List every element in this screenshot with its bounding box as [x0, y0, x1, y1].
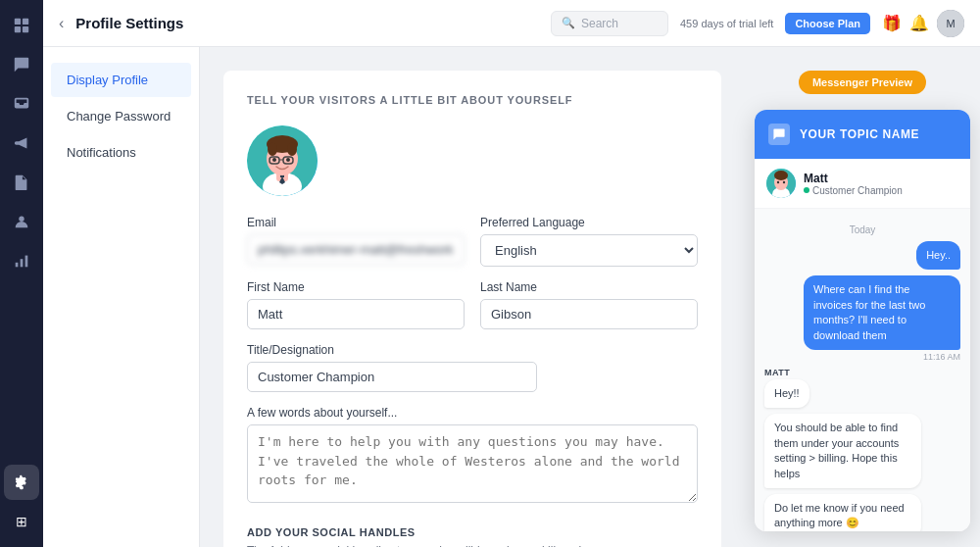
- message-3-text: Hey!!: [764, 379, 809, 408]
- bio-group: A few words about yourself...: [247, 406, 698, 503]
- top-bar-icons: 🎁 🔔 M: [882, 10, 964, 37]
- bio-label: A few words about yourself...: [247, 406, 698, 420]
- message-4-text: You should be able to find them under yo…: [764, 414, 921, 488]
- messenger-agent-row: Matt Customer Champion: [755, 159, 970, 209]
- svg-rect-2: [15, 26, 21, 32]
- avatar-area: [247, 125, 698, 196]
- bio-input[interactable]: [247, 424, 698, 503]
- svg-point-27: [783, 181, 785, 183]
- message-5: Do let me know if you need anything more…: [764, 494, 960, 531]
- message-5-text: Do let me know if you need anything more…: [764, 494, 921, 531]
- trial-text: 459 days of trial left: [680, 18, 773, 29]
- nav-icon-chat[interactable]: [4, 47, 39, 82]
- message-2: Where can I find the invoices for the la…: [764, 275, 960, 362]
- svg-rect-0: [15, 19, 21, 25]
- svg-rect-5: [16, 263, 19, 268]
- page-title: Profile Settings: [75, 15, 183, 31]
- language-label: Preferred Language: [480, 216, 698, 229]
- svg-point-26: [777, 181, 779, 183]
- search-placeholder: Search: [581, 17, 618, 30]
- main-area: ‹ Profile Settings 🔍 Search 459 days of …: [43, 0, 980, 547]
- svg-point-21: [286, 158, 290, 162]
- messenger-widget: YOUR TOPIC NAME: [755, 110, 970, 531]
- agent-role: Customer Champion: [804, 185, 903, 196]
- message-2-text: Where can I find the invoices for the la…: [804, 275, 960, 350]
- agent-info: Matt Customer Champion: [804, 172, 903, 196]
- title-row: Title/Designation: [247, 343, 698, 392]
- svg-point-20: [272, 158, 276, 162]
- language-select[interactable]: English: [480, 234, 698, 267]
- nav-icon-reports[interactable]: [4, 243, 39, 278]
- messages-area: Today Hey.. Where can I find the invoice…: [755, 209, 970, 531]
- nav-icon-grid[interactable]: [4, 8, 39, 43]
- svg-point-25: [774, 171, 788, 180]
- name-row: First Name Last Name: [247, 280, 698, 329]
- nav-icon-book[interactable]: [4, 165, 39, 200]
- agent-name: Matt: [804, 172, 903, 185]
- form-section-title: TELL YOUR VISITORS A LITTLE BIT ABOUT YO…: [247, 94, 698, 106]
- svg-point-16: [287, 142, 297, 156]
- nav-icon-apps[interactable]: ⊞: [4, 504, 39, 539]
- agent-role-label: Customer Champion: [812, 185, 903, 196]
- user-avatar[interactable]: M: [937, 10, 964, 37]
- menu-item-notifications[interactable]: Notifications: [51, 135, 191, 170]
- message-2-time: 11:16 AM: [923, 352, 960, 362]
- svg-rect-7: [25, 256, 28, 268]
- message-3-sender: MATT: [764, 368, 790, 377]
- title-label: Title/Designation: [247, 343, 698, 357]
- form-card: TELL YOUR VISITORS A LITTLE BIT ABOUT YO…: [223, 71, 721, 547]
- profile-avatar[interactable]: [247, 125, 318, 196]
- first-name-input[interactable]: [247, 299, 465, 329]
- messenger-topic-name: YOUR TOPIC NAME: [800, 127, 919, 141]
- social-section-title: ADD YOUR SOCIAL HANDLES: [247, 526, 698, 538]
- message-1-text: Hey..: [916, 241, 960, 270]
- online-dot: [804, 187, 809, 193]
- date-divider: Today: [764, 224, 960, 235]
- email-label: Email: [247, 216, 465, 229]
- last-name-group: Last Name: [480, 280, 698, 329]
- messenger-logo: [768, 124, 790, 145]
- messenger-header: YOUR TOPIC NAME: [755, 110, 970, 159]
- search-icon: 🔍: [562, 17, 575, 29]
- message-1: Hey..: [764, 241, 960, 270]
- email-input[interactable]: [247, 234, 465, 265]
- gift-icon[interactable]: 🎁: [882, 14, 902, 32]
- email-language-row: Email Preferred Language English: [247, 216, 698, 267]
- content-area: Display Profile Change Password Notifica…: [43, 47, 980, 547]
- svg-rect-6: [21, 259, 24, 267]
- language-group: Preferred Language English: [480, 216, 698, 267]
- menu-item-change-password[interactable]: Change Password: [51, 99, 191, 133]
- svg-point-15: [268, 142, 277, 156]
- message-4: You should be able to find them under yo…: [764, 414, 960, 488]
- nav-icon-megaphone[interactable]: [4, 125, 39, 161]
- first-name-group: First Name: [247, 280, 465, 329]
- nav-icon-contacts[interactable]: [4, 204, 39, 239]
- bell-icon[interactable]: 🔔: [909, 14, 929, 32]
- menu-item-display-profile[interactable]: Display Profile: [51, 63, 191, 97]
- svg-rect-3: [23, 26, 28, 32]
- back-button[interactable]: ‹: [59, 15, 64, 32]
- email-group: Email: [247, 216, 465, 267]
- message-3: MATT Hey!!: [764, 368, 960, 408]
- top-bar: ‹ Profile Settings 🔍 Search 459 days of …: [43, 0, 980, 47]
- form-area: TELL YOUR VISITORS A LITTLE BIT ABOUT YO…: [200, 47, 745, 547]
- title-group: Title/Designation: [247, 343, 698, 392]
- svg-rect-1: [23, 19, 28, 25]
- nav-icon-inbox[interactable]: [4, 86, 39, 122]
- sidebar-nav: ⊞: [0, 0, 43, 547]
- left-menu: Display Profile Change Password Notifica…: [43, 47, 200, 547]
- agent-avatar: [766, 169, 796, 198]
- search-box[interactable]: 🔍 Search: [551, 11, 668, 36]
- title-input[interactable]: [247, 362, 537, 392]
- nav-icon-settings[interactable]: [4, 465, 39, 500]
- first-name-label: First Name: [247, 280, 465, 294]
- messenger-preview-button[interactable]: Messenger Preview: [799, 71, 926, 94]
- choose-plan-button[interactable]: Choose Plan: [785, 13, 870, 34]
- messenger-area: Messenger Preview YOUR TOPIC NAME: [745, 47, 980, 547]
- last-name-label: Last Name: [480, 280, 698, 294]
- svg-point-4: [19, 217, 24, 222]
- last-name-input[interactable]: [480, 299, 698, 329]
